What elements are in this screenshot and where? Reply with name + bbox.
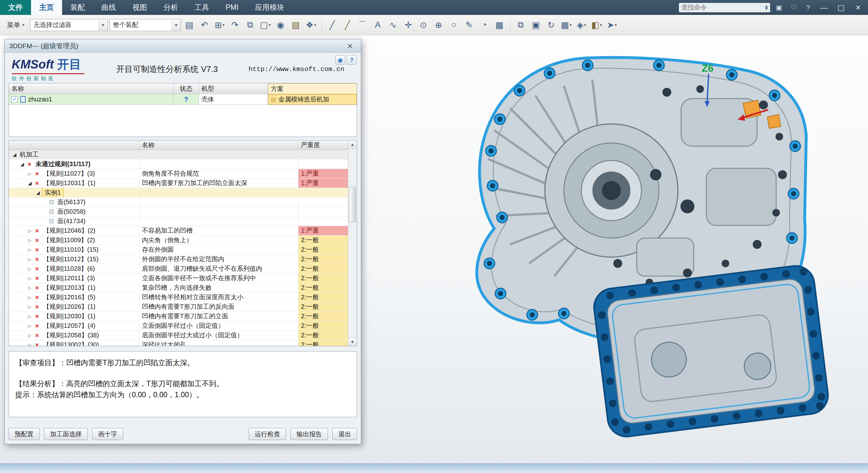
minimize-button[interactable]: —: [817, 2, 831, 13]
search-input[interactable]: [681, 4, 765, 11]
tab-home[interactable]: 主页: [31, 0, 62, 15]
scrollbar-thumb[interactable]: [349, 187, 356, 222]
sketch-line-icon[interactable]: ╱: [341, 18, 354, 32]
preset-button[interactable]: 预配置: [8, 428, 40, 440]
table-icon[interactable]: ▦: [493, 18, 506, 32]
tree-row[interactable]: ▷×【规则|11012】(15) 外倒圆的半径不在给定范围内 2:一般: [9, 255, 348, 264]
tree-row[interactable]: ▷×【规则|12030】(1) 凹槽内有需要T形刀加工的立面 2:一般: [9, 312, 348, 321]
tree-row[interactable]: ▷×【规则|12011】(3) 立面各倒圆半径不一致或不在推荐系列中 2:一般: [9, 274, 348, 283]
add-component-icon[interactable]: ⊞▾: [213, 18, 226, 32]
tab-view[interactable]: 视图: [124, 0, 155, 15]
undo-icon[interactable]: ↶: [198, 18, 211, 32]
expand-icon[interactable]: ▷: [26, 323, 34, 328]
tree-scrollbar[interactable]: ▲ ▼: [348, 141, 357, 346]
tab-assembly[interactable]: 装配: [62, 0, 93, 15]
dialog-close-icon[interactable]: ×: [344, 40, 356, 51]
tab-analysis[interactable]: 分析: [155, 0, 186, 15]
export-report-button[interactable]: 输出报告: [290, 428, 328, 440]
draw-cross-button[interactable]: 画十字: [92, 428, 123, 440]
tree-row[interactable]: ▷×【规则|11027】(3) 倒角角度不符合规范 1:严重: [9, 169, 348, 178]
tree-row[interactable]: ◢机加工: [9, 150, 348, 159]
axis-icon[interactable]: ✛: [402, 18, 415, 32]
expand-icon[interactable]: ◢: [26, 180, 34, 186]
menu-button[interactable]: 菜单 ▾: [3, 19, 28, 31]
text-icon[interactable]: A: [371, 18, 384, 32]
tab-file[interactable]: 文件: [0, 0, 31, 15]
tree-row[interactable]: ▷×【规则|12046】(2) 不容易加工的凹槽 1:严重: [9, 226, 348, 236]
tree-row-selected[interactable]: ◢实例1: [9, 188, 348, 198]
pin-icon[interactable]: ◉: [336, 55, 345, 65]
chevron-down-icon[interactable]: ▾: [98, 19, 107, 31]
tree-row[interactable]: ▷×【规则|12057】(4) 立面倒圆半径过小（固定值） 2:一般: [9, 321, 348, 331]
more-tools-icon[interactable]: ➤▾: [606, 18, 619, 32]
tree-row[interactable]: ▷×【规则|11028】(6) 肩部倒圆、退刀槽缺失或尺寸不在系列值内 2:一般: [9, 264, 348, 274]
selection-scope-combo[interactable]: 整个装配 ▾: [110, 19, 181, 31]
expand-icon[interactable]: ◢: [19, 161, 26, 167]
search-icon[interactable]: [765, 5, 768, 10]
part-row[interactable]: ✓ zhuzao1 ? 壳体 ▤ 金属模铸造后机加: [9, 94, 357, 105]
chevron-down-icon[interactable]: ▾: [172, 19, 181, 31]
panel-icon[interactable]: ▣: [773, 2, 785, 13]
close-window-button[interactable]: ×: [851, 2, 865, 13]
constraints-icon[interactable]: ❖▾: [304, 18, 318, 32]
expand-icon[interactable]: ▷: [26, 333, 34, 338]
tab-pmi[interactable]: PMI: [217, 0, 247, 15]
tab-tools[interactable]: 工具: [186, 0, 217, 15]
expand-icon[interactable]: ▷: [26, 276, 34, 281]
tab-application[interactable]: 应用模块: [247, 0, 292, 15]
expand-icon[interactable]: ◢: [34, 190, 42, 196]
help-icon[interactable]: ?: [802, 2, 814, 13]
tree-row[interactable]: ◢×【规则|12031】(1) 凹槽内需要T形刀加工的凹陷立面太深 1:严重: [9, 178, 348, 188]
display-mode-icon[interactable]: ◧▾: [590, 18, 603, 32]
selection-filter-combo[interactable]: 无选择过滤器 ▾: [30, 19, 108, 31]
sphere-icon[interactable]: ◉: [274, 18, 287, 32]
move-component-icon[interactable]: ↷: [228, 18, 242, 32]
paste-icon[interactable]: ▤: [183, 18, 196, 32]
cube-icon[interactable]: ▧: [289, 18, 303, 32]
copy-icon[interactable]: ⧉: [244, 18, 257, 32]
expand-icon[interactable]: ▷: [26, 266, 34, 271]
tree-row[interactable]: ▷×【规则|13002】(30) 深径比过大的孔 2:一般: [9, 340, 348, 346]
scroll-down-icon[interactable]: ▼: [348, 337, 357, 346]
dialog-help-icon[interactable]: ?: [347, 55, 356, 65]
tree-row[interactable]: 面(50258): [9, 207, 348, 216]
dialog-title-bar[interactable]: 3DDFM--- (超级管理员) ×: [5, 39, 361, 53]
layers-icon[interactable]: ◈▾: [575, 18, 588, 32]
expand-icon[interactable]: ▷: [26, 304, 34, 309]
tree-row[interactable]: 面(41734): [9, 216, 348, 226]
expand-icon[interactable]: ◢: [11, 152, 19, 157]
oil-pan-flange[interactable]: [592, 264, 830, 439]
face-select-button[interactable]: 加工面选择: [44, 428, 88, 440]
line-icon[interactable]: ╱: [326, 18, 339, 32]
maximize-button[interactable]: ▢: [834, 2, 848, 13]
expand-icon[interactable]: ▷: [26, 247, 34, 253]
expand-icon[interactable]: ▷: [26, 257, 34, 262]
3d-viewport[interactable]: Z6: [415, 40, 859, 455]
tree-row[interactable]: ◢×未通过规则(31/117): [9, 159, 348, 169]
tree-row[interactable]: ▷×【规则|12058】(38) 底面倒圆半径过大或过小（固定值） 2:一般: [9, 331, 348, 340]
ellipse-icon[interactable]: ○: [447, 18, 461, 32]
arc-icon[interactable]: ⌒: [356, 18, 369, 32]
tab-curve[interactable]: 曲线: [93, 0, 124, 15]
expand-icon[interactable]: ▷: [26, 238, 34, 243]
helix-icon[interactable]: ◔: [478, 18, 491, 32]
command-search[interactable]: [679, 3, 770, 13]
spline-icon[interactable]: ∿: [386, 18, 400, 32]
part-checkbox[interactable]: ✓: [11, 96, 18, 103]
tree-row[interactable]: ▷×【规则|11009】(2) 内尖角（倒角上） 2:一般: [9, 236, 348, 245]
expand-icon[interactable]: ▷: [26, 314, 34, 319]
grid-icon[interactable]: ▦▾: [560, 18, 573, 32]
tree-row[interactable]: ▷×【规则|11010】(15) 存在外倒圆 2:一般: [9, 245, 348, 255]
sketch-icon[interactable]: ✎: [463, 18, 476, 32]
tree-row[interactable]: ▷×【规则|12026】(1) 凹槽内有需要T形刀加工的反向面 2:一般: [9, 302, 348, 312]
expand-icon[interactable]: ▷: [26, 285, 34, 290]
window-icon[interactable]: ⧉: [514, 18, 527, 32]
graphics-area[interactable]: Z6 3DDFM--- (超级管理员) × ◉ ? KMSoft 开目: [0, 35, 868, 464]
exit-button[interactable]: 退出: [332, 428, 357, 440]
expand-icon[interactable]: ▷: [26, 228, 34, 233]
expand-icon[interactable]: ▷: [26, 171, 34, 176]
tree-row[interactable]: 面(56137): [9, 198, 348, 207]
scroll-up-icon[interactable]: ▲: [348, 141, 357, 149]
expand-icon[interactable]: ▷: [26, 295, 34, 300]
expand-icon[interactable]: ▷: [26, 343, 34, 346]
